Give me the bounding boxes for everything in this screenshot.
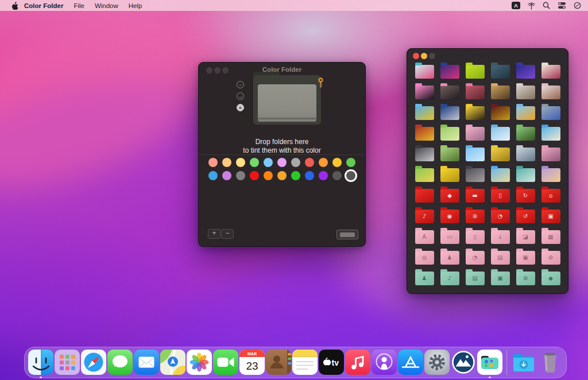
color-swatch[interactable] xyxy=(250,158,259,167)
folder-icon[interactable]: ▣ xyxy=(541,210,560,223)
add-color-button[interactable]: + xyxy=(208,229,220,239)
folder-icon[interactable]: ◆ xyxy=(541,272,560,285)
folder-icon[interactable] xyxy=(491,106,510,120)
menu-item-help[interactable]: Help xyxy=(129,2,142,9)
dock-photos[interactable] xyxy=(187,350,212,375)
folder-icon[interactable]: ▤ xyxy=(466,272,485,285)
folder-icon[interactable]: ▣ xyxy=(516,251,535,265)
folder-icon[interactable] xyxy=(491,127,510,141)
dock-mail[interactable] xyxy=(134,350,159,375)
folder-icon[interactable] xyxy=(541,86,560,99)
folder-icon[interactable] xyxy=(440,168,459,182)
dock-podcasts[interactable] xyxy=(372,350,397,375)
spotlight-search-icon[interactable] xyxy=(543,1,550,10)
dock-maps[interactable] xyxy=(160,350,185,375)
folder-icon[interactable] xyxy=(415,127,434,141)
dock-finder[interactable] xyxy=(28,350,53,375)
folder-icon[interactable] xyxy=(491,148,510,161)
dock-downloads-folder[interactable] xyxy=(511,350,536,375)
apple-menu-icon[interactable] xyxy=(11,1,18,10)
dock-facetime[interactable] xyxy=(213,350,238,375)
minus-circle-button[interactable]: − xyxy=(237,81,244,88)
folder-icon[interactable]: ▭ xyxy=(440,230,459,244)
folder-icon[interactable] xyxy=(491,65,510,79)
folder-icon[interactable]: A xyxy=(415,230,434,244)
close-circle-button[interactable]: × xyxy=(237,104,244,111)
folder-icon[interactable] xyxy=(466,168,485,182)
folder-icon[interactable]: ▣ xyxy=(491,272,510,285)
color-swatch[interactable] xyxy=(277,171,287,180)
folder-icon[interactable] xyxy=(516,127,535,141)
color-swatch[interactable] xyxy=(332,158,342,167)
folder-icon[interactable]: ♟ xyxy=(440,251,459,265)
folder-icon[interactable] xyxy=(415,106,434,120)
color-swatch[interactable] xyxy=(332,171,342,180)
input-source-icon[interactable]: A xyxy=(512,1,520,10)
dock-contacts[interactable] xyxy=(266,350,291,375)
color-swatch[interactable] xyxy=(236,171,245,180)
folder-icon[interactable] xyxy=(541,127,560,141)
folder-icon[interactable] xyxy=(466,65,485,79)
control-center-icon[interactable] xyxy=(558,1,566,10)
clock-menu-icon[interactable] xyxy=(574,1,581,10)
color-swatch[interactable] xyxy=(305,171,314,180)
menu-app-name[interactable]: Color Folder xyxy=(24,2,63,9)
dock-safari[interactable] xyxy=(81,350,106,375)
color-swatch[interactable] xyxy=(346,171,355,180)
folder-icon[interactable]: ◔ xyxy=(466,251,485,265)
zoom-window-button[interactable] xyxy=(429,53,435,59)
remove-color-button[interactable]: − xyxy=(221,229,234,239)
color-swatch[interactable] xyxy=(208,158,218,167)
folder-icon[interactable]: ▤ xyxy=(491,251,510,265)
folder-icon[interactable] xyxy=(415,168,434,182)
dock-calendar[interactable]: MAR23 xyxy=(239,350,265,375)
color-swatch[interactable] xyxy=(236,158,245,167)
folder-icon[interactable] xyxy=(415,65,434,79)
arrow-circle-button[interactable]: → xyxy=(237,92,244,100)
folder-icon[interactable] xyxy=(516,65,535,79)
folder-icon[interactable]: ♟ xyxy=(415,272,434,285)
folder-icon[interactable] xyxy=(491,168,510,182)
folder-icon[interactable] xyxy=(466,148,485,161)
color-swatch[interactable] xyxy=(346,158,355,167)
folder-icon[interactable]: ↺ xyxy=(516,210,535,223)
dock-apple-tv[interactable]: tv xyxy=(319,350,344,375)
default-action-button[interactable] xyxy=(336,230,358,239)
dock-app-store[interactable] xyxy=(398,350,423,375)
folder-icon[interactable]: ⊛ xyxy=(466,210,485,223)
folder-icon[interactable] xyxy=(491,86,510,99)
color-swatch[interactable] xyxy=(305,158,314,167)
folder-icon[interactable]: ◆ xyxy=(440,189,459,203)
dock-trash[interactable] xyxy=(537,350,563,375)
color-swatch[interactable] xyxy=(291,158,300,167)
folder-icon[interactable]: ▦ xyxy=(541,230,560,244)
folder-icon[interactable]: ◔ xyxy=(491,210,510,223)
dock-music[interactable] xyxy=(345,350,370,375)
folder-icon[interactable] xyxy=(415,86,434,99)
folder-icon[interactable] xyxy=(541,65,560,79)
folder-icon[interactable]: ▬ xyxy=(466,189,485,203)
dock-launchpad[interactable] xyxy=(55,350,80,375)
folder-icon[interactable] xyxy=(415,189,434,203)
dock-image-app[interactable] xyxy=(451,350,476,375)
dock-notes[interactable] xyxy=(292,350,318,375)
folder-icon[interactable] xyxy=(516,148,535,161)
folder-icon[interactable]: ♪ xyxy=(440,272,459,285)
dock-system-preferences[interactable] xyxy=(424,350,450,375)
folder-icon[interactable] xyxy=(541,148,560,161)
color-swatch[interactable] xyxy=(250,171,259,180)
folder-icon[interactable]: ▯ xyxy=(466,230,485,244)
folder-icon[interactable]: ↓ xyxy=(491,230,510,244)
folder-icon[interactable] xyxy=(516,86,535,99)
folder-icon[interactable] xyxy=(466,127,485,141)
minimize-window-button[interactable] xyxy=(421,53,427,59)
folder-icon[interactable]: ◪ xyxy=(516,230,535,244)
menu-item-file[interactable]: File xyxy=(74,2,84,9)
folder-icon[interactable]: ♪ xyxy=(415,210,434,223)
folder-icon[interactable] xyxy=(541,106,560,120)
color-swatch[interactable] xyxy=(291,171,300,180)
color-swatch[interactable] xyxy=(264,171,273,180)
folder-icon[interactable]: ◎ xyxy=(415,251,434,265)
color-swatch[interactable] xyxy=(319,171,328,180)
antenna-icon[interactable] xyxy=(528,1,535,10)
